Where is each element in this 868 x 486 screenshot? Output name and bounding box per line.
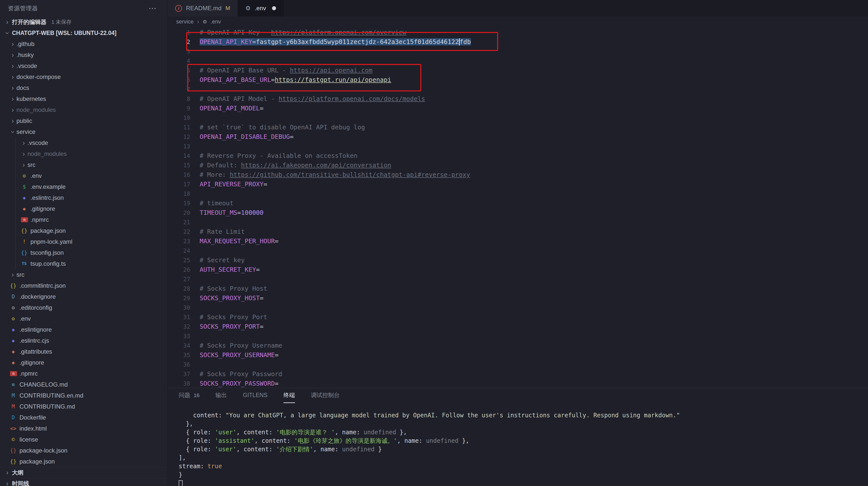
file-label: CONTRIBUTING.md [20, 403, 75, 410]
tree-folder-src[interactable]: ›src [0, 269, 167, 280]
code-token: = [290, 133, 293, 140]
tree-file-.commitlintrc.json[interactable]: {}.commitlintrc.json [0, 280, 167, 291]
tree-file-.eslintignore[interactable]: ◈.eslintignore [0, 324, 167, 335]
code-line [200, 332, 868, 341]
tree-folder-.vscode[interactable]: ›.vscode [0, 60, 167, 72]
markdown-icon: M [9, 393, 18, 398]
tree-folder-src[interactable]: ›src [0, 159, 167, 170]
json-icon: {} [9, 448, 18, 453]
tree-folder-.vscode[interactable]: ›.vscode [0, 137, 167, 148]
tree-file-package-lock.json[interactable]: {}package-lock.json [0, 445, 167, 456]
bottom-panel: 问题16输出GITLENS终端调试控制台 content: "You are C… [168, 388, 868, 486]
tab-.env[interactable]: ⚙.env [238, 0, 284, 17]
terminal-token: content: [179, 412, 226, 419]
tree-file-.gitignore[interactable]: ◆.gitignore [0, 203, 167, 214]
tree-file-license[interactable]: ©license [0, 434, 167, 445]
panel-tab-bar: 问题16输出GITLENS终端调试控制台 [168, 388, 868, 403]
code-line [200, 85, 868, 94]
terminal-token: true [208, 463, 222, 470]
workspace-header[interactable]: › CHATGPT-WEB [WSL: UBUNTU-22.04] [0, 27, 167, 38]
tree-file-.gitignore[interactable]: ◆.gitignore [0, 357, 167, 368]
more-actions-icon[interactable]: ⋯ [149, 4, 156, 12]
terminal-line [179, 479, 863, 486]
markdown-icon: M [9, 404, 18, 409]
code-token: # set `true` to disable OpenAI API debug… [200, 124, 365, 131]
code-token: API_REVERSE_PROXY [200, 180, 264, 188]
tree-file-.env[interactable]: ⚙.env [0, 170, 167, 181]
tree-folder-.husky[interactable]: ›.husky [0, 50, 167, 60]
tree-file-tsup.config.ts[interactable]: TStsup.config.ts [0, 258, 167, 269]
tree-file-.npmrc[interactable]: n.npmrc [0, 368, 167, 379]
breadcrumb-item-file[interactable]: .env [211, 19, 221, 25]
timeline-section-header[interactable]: › 时间线 [0, 478, 167, 486]
panel-tab-GITLENS[interactable]: GITLENS [243, 388, 267, 403]
tree-file-Dockerfile[interactable]: DDockerfile [0, 412, 167, 423]
outline-section-header[interactable]: › 大纲 [0, 467, 167, 478]
tree-file-.npmrc[interactable]: n.npmrc [0, 214, 167, 225]
line-number: 33 [168, 332, 200, 341]
tree-file-.env[interactable]: ⚙.env [0, 313, 167, 324]
line-number: 10 [168, 113, 200, 123]
terminal-line: { role: 'user', content: '介绍下剧情', name: … [179, 445, 863, 454]
tree-file-CHANGELOG.md[interactable]: ≡CHANGELOG.md [0, 379, 167, 390]
panel-tab-调试控制台[interactable]: 调试控制台 [311, 388, 340, 403]
tab-README.md[interactable]: iREADME.mdM [168, 0, 238, 17]
tree-folder-service[interactable]: ›service [0, 126, 167, 137]
terminal-token: } [179, 471, 182, 478]
code-token: https://platform.openai.com/docs/models [279, 95, 425, 103]
code-token: = [275, 237, 279, 245]
line-number: 24 [168, 246, 200, 256]
tree-folder-node_modules[interactable]: ›node_modules [0, 105, 167, 115]
tree-folder-docker-compose[interactable]: ›docker-compose [0, 72, 167, 82]
tree-file-.env.example[interactable]: $.env.example [0, 181, 167, 192]
code-token: 100000 [241, 209, 264, 216]
file-label: src [17, 271, 25, 278]
editor-area: iREADME.mdM⚙.env service › ⚙ .env 123456… [168, 0, 868, 486]
terminal-token: stream: [179, 463, 208, 470]
dirty-indicator-icon [272, 6, 276, 10]
tree-folder-public[interactable]: ›public [0, 115, 167, 126]
open-editors-header[interactable]: › 打开的编辑器 1 未保存 [0, 17, 167, 27]
tree-folder-node_modules[interactable]: ›node_modules [0, 148, 167, 159]
terminal-token: 'user' [215, 446, 237, 453]
tree-folder-docs[interactable]: ›docs [0, 82, 167, 93]
tree-file-.gitattributes[interactable]: ◆.gitattributes [0, 346, 167, 357]
terminal-output[interactable]: content: "You are ChatGPT, a large langu… [179, 411, 863, 486]
terminal-token: "You are ChatGPT, a large language model… [226, 412, 680, 419]
tree-file-CONTRIBUTING.md[interactable]: MCONTRIBUTING.md [0, 401, 167, 412]
tree-file-.eslintrc.json[interactable]: ◈.eslintrc.json [0, 192, 167, 203]
tree-folder-.github[interactable]: ›.github [0, 38, 167, 50]
tree-file-.eslintrc.cjs[interactable]: ◈.eslintrc.cjs [0, 335, 167, 346]
tree-file-.editorconfig[interactable]: ⚙.editorconfig [0, 302, 167, 313]
line-number: 4 [168, 56, 200, 66]
terminal-line: { role: 'assistant', content: '电影《玲芽之旅》的… [179, 436, 863, 445]
file-label: kubernetes [17, 95, 46, 103]
terminal-token: , name: [335, 429, 364, 436]
breadcrumb-item-folder[interactable]: service [176, 19, 194, 25]
tree-folder-kubernetes[interactable]: ›kubernetes [0, 93, 167, 105]
panel-tab-问题[interactable]: 问题16 [179, 388, 199, 403]
chevron-right-icon: › [20, 151, 27, 158]
tree-file-CONTRIBUTING.en.md[interactable]: MCONTRIBUTING.en.md [0, 390, 167, 401]
code-token: SOCKS_PROXY_USERNAME [200, 351, 275, 359]
editor-gutter: 1234567891011121314151617181920212223242… [168, 28, 200, 388]
tree-file-package.json[interactable]: {}package.json [0, 225, 167, 236]
tree-file-index.html[interactable]: <>index.html [0, 423, 167, 434]
line-number: 34 [168, 341, 200, 350]
tree-file-pnpm-lock.yaml[interactable]: !pnpm-lock.yaml [0, 236, 167, 247]
file-label: public [17, 117, 32, 124]
tree-file-package.json[interactable]: {}package.json [0, 456, 167, 467]
tree-file-tsconfig.json[interactable]: {}tsconfig.json [0, 247, 167, 258]
panel-tab-输出[interactable]: 输出 [215, 388, 227, 403]
chevron-right-icon: › [9, 74, 17, 80]
tree-file-.dockerignore[interactable]: D.dockerignore [0, 291, 167, 302]
code-token: # Socks Proxy Username [200, 342, 282, 349]
code-editor[interactable]: 1234567891011121314151617181920212223242… [168, 27, 868, 388]
selection-highlight: OPENAI_API_KEY=fastgpt-y6b3axfbdd5wyp011… [200, 38, 471, 46]
tab-label: .env [255, 5, 266, 12]
code-token: = [256, 266, 260, 273]
panel-tab-终端[interactable]: 终端 [283, 388, 295, 403]
code-line: # Socks Proxy Host [200, 284, 868, 293]
code-line: # Socks Proxy Port [200, 312, 868, 322]
json-icon: {} [20, 228, 28, 233]
